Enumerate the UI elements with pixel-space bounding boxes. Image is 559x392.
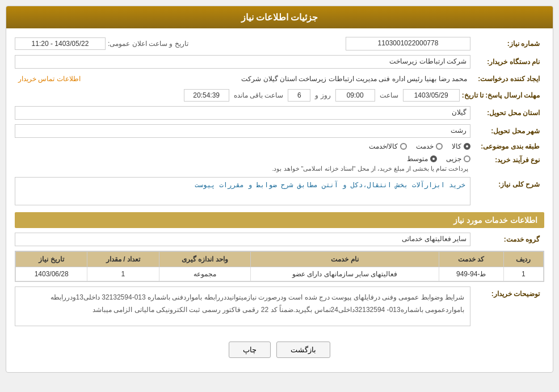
province-value: گیلان — [15, 106, 470, 120]
city-label: شهر محل تحویل: — [470, 127, 544, 135]
city-value: رشت — [15, 124, 470, 138]
response-deadline-label: مهلت ارسال پاسخ: تا تاریخ: — [462, 91, 544, 99]
radio-motavasset — [430, 155, 437, 162]
announce-date-label: تاریخ و ساعت اعلان عمومی: — [106, 40, 191, 48]
service-group-label: گروه خدمت: — [470, 235, 544, 243]
province-label: استان محل تحویل: — [470, 109, 544, 117]
radio-jozii — [464, 155, 470, 162]
announce-date-value: 1403/05/22 - 11:20 — [15, 37, 106, 50]
radio-khedmat — [436, 143, 443, 150]
services-table: ردیف کد خدمت نام خدمت واحد اندازه گیری ت… — [15, 251, 544, 282]
action-buttons: بازگشت چاپ — [15, 342, 544, 364]
buyer-org-value: شرکت ارتباطات زیرساخت — [15, 55, 470, 69]
response-time-label: ساعت — [377, 91, 401, 99]
category-label: طبقه بندی موضوعی: — [470, 142, 544, 150]
process-label: نوع فرآیند خرید: — [470, 155, 544, 164]
col-service-name: نام خدمت — [251, 252, 439, 267]
category-options: کالا خدمت کالا/خدمت — [369, 142, 470, 150]
buyer-notes-label: توضیحات خریدار: — [470, 286, 544, 298]
response-days: 6 — [288, 89, 310, 102]
table-row: 1ط-94-949فعالیتهای سایر سازمانهای دارای … — [16, 267, 544, 281]
back-button[interactable]: بازگشت — [276, 342, 330, 358]
need-desc-textarea[interactable] — [15, 177, 470, 205]
creator-contact-link[interactable]: اطلاعات تماس خریدار — [15, 75, 84, 83]
col-row-num: ردیف — [503, 252, 543, 267]
category-option-khedmat: خدمت — [416, 142, 443, 150]
radio-kala-khedmat — [400, 143, 407, 150]
need-number-value: 1103001022000778 — [346, 37, 470, 50]
process-desc: پرداخت تمام یا بخشی از مبلغ خرید، از محل… — [15, 165, 470, 172]
need-number-label: شماره نیاز: — [470, 40, 544, 48]
response-hours-value: 20:54:39 — [184, 89, 229, 102]
response-time: 09:00 — [335, 89, 375, 102]
print-button[interactable]: چاپ — [229, 342, 271, 358]
page-title: جزئیات اطلاعات نیاز — [6, 6, 553, 28]
process-options: جزیی متوسط پرداخت تمام یا بخشی از مبلغ خ… — [15, 155, 470, 172]
creator-label: ایجاد کننده درخواست: — [470, 75, 544, 83]
services-section-header: اطلاعات خدمات مورد نیاز — [15, 212, 544, 228]
service-group-value: سایر فعالیتهای خدماتی — [15, 233, 470, 246]
need-desc-label: شرح کلی نیاز: — [470, 177, 544, 188]
response-date: 1403/05/29 — [403, 89, 460, 102]
buyer-org-label: نام دستگاه خریدار: — [470, 58, 544, 66]
category-option-kala: کالا — [452, 142, 470, 150]
process-option-motavasset: متوسط — [407, 155, 437, 163]
creator-value: محمد رضا بهنیا رئیس اداره فنی مدیریت ارت… — [84, 73, 470, 85]
process-option-jozii: جزیی — [446, 155, 470, 163]
buyer-notes-value: شرایط وضوابط عمومی وفنی درفایلهای پیوست … — [15, 286, 470, 326]
col-unit: واحد اندازه گیری — [159, 252, 251, 267]
col-service-code: کد خدمت — [439, 252, 503, 267]
category-option-kala-khedmat: کالا/خدمت — [369, 142, 407, 150]
radio-kala — [464, 143, 470, 150]
col-quantity: تعداد / مقدار — [87, 252, 159, 267]
response-hours-label: ساعت باقی مانده — [232, 91, 286, 99]
col-date: تاریخ نیاز — [16, 252, 87, 267]
response-days-label: روز و — [313, 91, 333, 99]
